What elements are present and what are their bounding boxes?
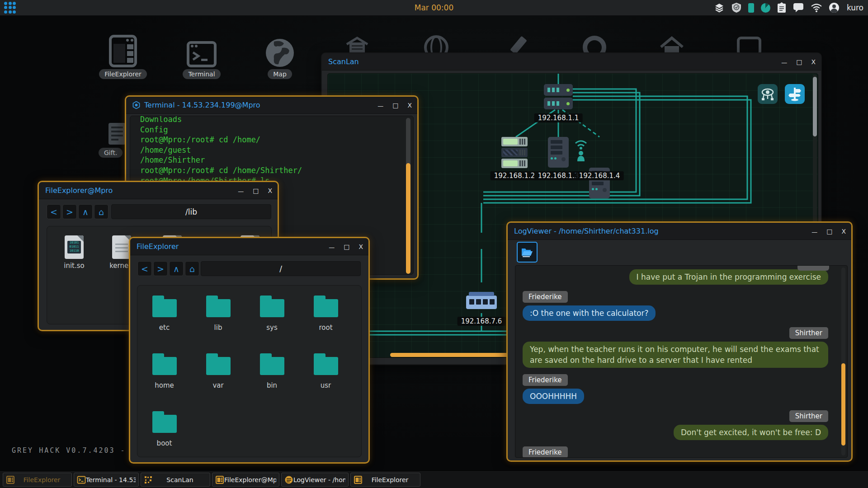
- close-button[interactable]: X: [811, 58, 816, 66]
- chat-row: Shirther: [523, 404, 828, 422]
- chat-row: Yep, when the teacher runs it on his com…: [523, 339, 828, 368]
- desktop-icon-gift[interactable]: Gift.: [108, 122, 127, 147]
- close-button[interactable]: X: [359, 243, 363, 250]
- chat-sender-label: Shirther: [789, 327, 828, 339]
- folder-item[interactable]: etc: [137, 288, 191, 346]
- folder-name: boot: [157, 439, 172, 447]
- chat-bubble-icon[interactable]: [793, 3, 804, 13]
- folder-name: sys: [266, 324, 278, 332]
- shield-check-icon[interactable]: [731, 2, 741, 13]
- folder-item[interactable]: var: [191, 346, 245, 404]
- globe-icon: [255, 32, 305, 68]
- open-file-button[interactable]: [517, 242, 538, 263]
- folder-item[interactable]: usr: [299, 346, 353, 404]
- node-router[interactable]: [544, 84, 573, 111]
- home-button[interactable]: ⌂: [94, 204, 108, 219]
- maximize-button[interactable]: □: [392, 102, 398, 109]
- chat-row: :O the one with the calculator?: [523, 303, 828, 321]
- node-tower-server[interactable]: [548, 137, 569, 168]
- node-switch[interactable]: [466, 296, 497, 309]
- network-watch-button[interactable]: [758, 84, 778, 104]
- desktop-icon-label: FileExplorer: [99, 69, 147, 79]
- chat-log-panel[interactable]: I have put a Trojan in the programming e…: [515, 265, 848, 458]
- back-button[interactable]: <: [47, 204, 61, 219]
- folder-icon: [314, 299, 338, 317]
- node-rack-server[interactable]: [501, 137, 528, 169]
- terminal-output: DownloadsConfigroot@Mpro:/root# cd /home…: [140, 116, 302, 186]
- home-button[interactable]: ⌂: [185, 261, 199, 276]
- close-button[interactable]: X: [268, 187, 272, 194]
- top-bar: Mar 00:00 kuro: [0, 0, 868, 16]
- taskbar-item-label: LogViewer - /home...: [293, 476, 345, 483]
- terminal-line: root@Mpro:/root# cd /home/Shirther/: [140, 165, 302, 176]
- minimize-button[interactable]: —: [238, 188, 244, 195]
- close-button[interactable]: X: [841, 228, 846, 235]
- maximize-button[interactable]: □: [253, 187, 259, 194]
- maximize-button[interactable]: □: [826, 228, 832, 235]
- desktop-icon-fileexplorer[interactable]: FileExplorer: [98, 32, 148, 79]
- fileexplorer-icon: [98, 32, 148, 68]
- minimize-button[interactable]: —: [377, 103, 383, 109]
- signpost-button[interactable]: [785, 84, 805, 104]
- maximize-button[interactable]: □: [796, 58, 802, 66]
- folder-item[interactable]: boot: [137, 404, 191, 462]
- logviewer-titlebar[interactable]: LogViewer - /home/Shirther/chat331.log —…: [508, 223, 851, 240]
- pie-chart-icon[interactable]: [761, 3, 770, 13]
- terminal-line: Config: [140, 125, 302, 135]
- back-button[interactable]: <: [137, 261, 152, 276]
- chat-bubble: :O the one with the calculator?: [523, 305, 656, 321]
- chat-sender-label: Friederike: [523, 374, 568, 386]
- clipboard-icon[interactable]: [777, 2, 786, 13]
- chat-bubble: OOOHHHHH: [523, 389, 584, 404]
- terminal-line: /home/guest: [140, 145, 302, 155]
- file-icon: [65, 235, 84, 259]
- window-title: ScanLan: [328, 57, 359, 66]
- folder-item[interactable]: bin: [245, 346, 299, 404]
- terminal-scrollbar[interactable]: [406, 118, 410, 272]
- up-button[interactable]: ∧: [78, 204, 93, 219]
- path-input[interactable]: /: [201, 261, 361, 276]
- desktop-icon-label: Gift.: [99, 148, 123, 158]
- forward-button[interactable]: >: [62, 204, 77, 219]
- terminal-icon: [177, 32, 226, 68]
- node-pc[interactable]: [471, 357, 492, 358]
- minimize-button[interactable]: —: [329, 244, 335, 251]
- taskbar-item[interactable]: Terminal - 14.53.234...: [74, 473, 139, 487]
- scanlan-taskbar-icon: [144, 475, 153, 484]
- forward-button[interactable]: >: [153, 261, 168, 276]
- chat-bubble: I have put a Trojan in the programming e…: [629, 269, 828, 285]
- fileexplorer-mpro-titlebar[interactable]: FileExplorer@Mpro — □ X: [39, 182, 278, 199]
- taskbar-item[interactable]: LogViewer - /home...: [281, 473, 349, 487]
- close-button[interactable]: X: [407, 102, 412, 109]
- taskbar-item[interactable]: ScanLan: [141, 473, 210, 487]
- chat-sender-label: Shirther: [789, 410, 828, 422]
- folder-item[interactable]: lib: [191, 288, 245, 346]
- fileexplorer-taskbar-icon: [354, 475, 363, 484]
- scanlan-titlebar[interactable]: ScanLan — □ X: [322, 53, 821, 70]
- battery-icon[interactable]: [748, 3, 754, 13]
- file-item[interactable]: init.so: [54, 235, 94, 270]
- user-avatar-icon[interactable]: [829, 3, 839, 13]
- layers-icon[interactable]: [714, 2, 725, 13]
- chat-row: Friederike: [523, 368, 828, 386]
- up-button[interactable]: ∧: [169, 261, 184, 276]
- folder-grid[interactable]: etclibsysroothomevarbinusrboot: [137, 285, 362, 457]
- terminal-titlebar[interactable]: Terminal - 14.53.234.199@Mpro — □ X: [126, 97, 417, 114]
- folder-item[interactable]: root: [299, 288, 353, 346]
- taskbar-item[interactable]: FileExplorer: [3, 473, 72, 487]
- ip-label: 192.168.7.6: [458, 317, 506, 326]
- folder-item[interactable]: sys: [245, 288, 299, 346]
- desktop-icon-map[interactable]: Map: [255, 32, 305, 79]
- minimize-button[interactable]: —: [811, 229, 817, 235]
- folder-item[interactable]: home: [137, 346, 191, 404]
- folder-name: home: [155, 381, 174, 389]
- path-input[interactable]: /lib: [111, 204, 271, 219]
- fileexplorer-root-titlebar[interactable]: FileExplorer — □ X: [130, 238, 368, 255]
- wifi-icon[interactable]: [811, 3, 822, 12]
- desktop-icon-terminal[interactable]: Terminal: [177, 32, 226, 79]
- taskbar-item[interactable]: FileExplorer@Mpro: [212, 473, 279, 487]
- minimize-button[interactable]: —: [781, 59, 787, 66]
- maximize-button[interactable]: □: [344, 243, 349, 250]
- chat-scrollbar[interactable]: [841, 267, 845, 455]
- taskbar-item[interactable]: FileExplorer: [350, 473, 420, 487]
